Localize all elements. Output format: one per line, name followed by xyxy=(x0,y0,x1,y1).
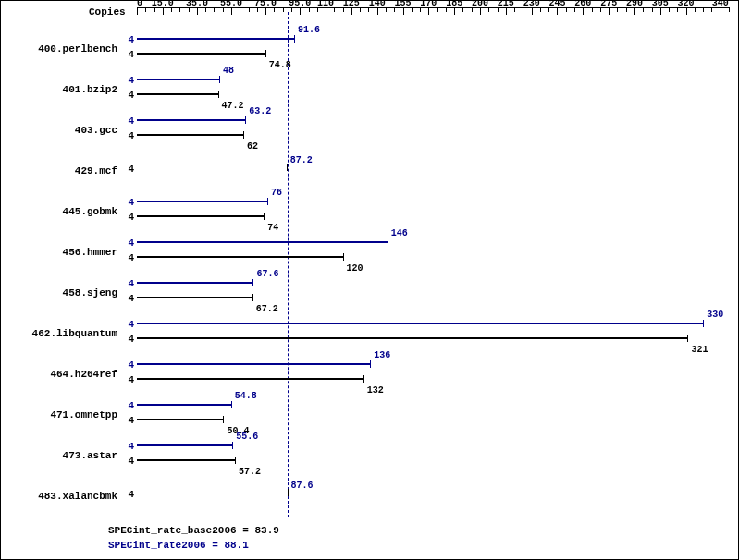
bar-base: 74.8 xyxy=(137,53,265,55)
benchmark-row: 445.gobmk447674 xyxy=(1,191,738,232)
benchmark-name: 483.xalancbmk xyxy=(12,491,117,502)
axis-tick xyxy=(283,7,284,12)
axis-tick xyxy=(480,7,481,15)
benchmark-name: 464.h264ref xyxy=(12,369,117,380)
peak-value: 330 xyxy=(707,310,723,320)
axis-tick xyxy=(334,7,335,12)
benchmark-name: 456.hmmer xyxy=(12,247,117,258)
copies-value-base: 4 xyxy=(119,212,134,223)
axis-tick xyxy=(351,7,352,15)
bar-peak: 63.2 xyxy=(137,119,245,121)
bar-base: 57.2 xyxy=(137,459,235,461)
benchmark-row: 401.bzip2444847.2 xyxy=(1,69,738,110)
benchmark-row: 456.hmmer44146120 xyxy=(1,232,738,273)
axis-tick xyxy=(506,7,507,15)
axis-tick xyxy=(163,7,164,15)
axis-tick xyxy=(695,7,696,12)
benchmark-row: 458.sjeng4467.667.2 xyxy=(1,273,738,313)
axis-tick-label: 155 xyxy=(395,0,412,8)
axis-tick xyxy=(197,7,198,15)
peak-value: 87.6 xyxy=(291,481,314,491)
copies-value-base: 4 xyxy=(119,252,134,263)
copies-value-peak: 4 xyxy=(119,319,134,330)
benchmark-row: 464.h264ref44136132 xyxy=(1,354,738,395)
benchmark-name: 473.astar xyxy=(12,450,117,461)
axis-tick-label: 95.0 xyxy=(289,0,311,8)
copies-value-base: 4 xyxy=(119,90,134,101)
peak-value: 55.6 xyxy=(236,432,258,442)
bar-base: 74 xyxy=(137,215,264,217)
axis-tick xyxy=(703,7,704,12)
axis-tick xyxy=(617,7,618,12)
axis-tick xyxy=(729,7,730,12)
benchmark-name: 401.bzip2 xyxy=(12,84,117,95)
axis-tick-label: 170 xyxy=(420,0,437,8)
benchmark-name: 471.omnetpp xyxy=(12,409,117,420)
axis-tick-label: 35.0 xyxy=(186,0,208,8)
bar-peak: 91.6 xyxy=(137,38,294,40)
copies-column-header: Copies xyxy=(89,6,126,18)
axis-tick xyxy=(514,7,515,12)
bar-peak: 330 xyxy=(137,323,703,324)
axis-tick xyxy=(454,7,455,15)
bar-combined: 87.2 xyxy=(137,166,287,170)
copies-value: 4 xyxy=(119,489,134,500)
benchmark-row: 483.xalancbmk487.6 xyxy=(1,476,738,517)
peak-value: 48 xyxy=(223,66,234,76)
bar-base: 120 xyxy=(137,256,343,258)
axis-tick-label: 245 xyxy=(548,0,565,8)
bar-peak: 76 xyxy=(137,201,267,202)
axis-tick-label: 15.0 xyxy=(152,0,174,8)
axis-tick-label: 230 xyxy=(523,0,540,8)
axis-tick xyxy=(386,7,387,12)
axis-tick-label: 305 xyxy=(652,0,669,8)
axis-tick xyxy=(583,7,584,15)
copies-value-base: 4 xyxy=(119,456,134,467)
axis-tick-label: 125 xyxy=(343,0,360,8)
footer-base-score: SPECint_rate_base2006 = 83.9 xyxy=(108,525,279,536)
axis-tick xyxy=(643,7,644,12)
axis-tick xyxy=(249,7,250,12)
axis-tick-label: 260 xyxy=(574,0,591,8)
axis-tick-label: 185 xyxy=(446,0,462,8)
benchmark-name: 429.mcf xyxy=(12,165,117,177)
axis-tick xyxy=(462,7,463,12)
benchmark-name: 400.perlbench xyxy=(12,43,117,55)
axis-tick xyxy=(540,7,541,12)
benchmark-row: 403.gcc4463.262 xyxy=(1,110,738,151)
axis-tick xyxy=(609,7,610,15)
copies-value-base: 4 xyxy=(119,293,134,304)
x-axis: 015.035.055.075.095.01101251401551701852… xyxy=(137,7,729,27)
bar-peak: 67.6 xyxy=(137,282,252,284)
copies-value-peak: 4 xyxy=(119,359,134,371)
axis-tick xyxy=(721,7,721,15)
benchmark-name: 462.libquantum xyxy=(12,328,117,339)
peak-value: 76 xyxy=(271,188,282,198)
benchmark-name: 403.gcc xyxy=(12,125,117,136)
axis-tick xyxy=(557,7,558,15)
copies-value-peak: 4 xyxy=(119,441,134,452)
axis-tick xyxy=(592,7,593,12)
axis-tick xyxy=(437,7,438,12)
copies-value-base: 4 xyxy=(119,334,134,345)
axis-tick-label: 0 xyxy=(137,0,142,8)
bar-base: 67.2 xyxy=(137,297,252,298)
axis-tick xyxy=(488,7,489,12)
copies-value-base: 4 xyxy=(119,374,134,385)
axis-tick-label: 275 xyxy=(600,0,617,8)
peak-value: 63.2 xyxy=(249,106,271,116)
peak-value: 146 xyxy=(391,228,408,238)
axis-tick-label: 55.0 xyxy=(220,0,242,8)
spec-chart: Copies 015.035.055.075.095.0110125140155… xyxy=(0,0,739,560)
copies-value-base: 4 xyxy=(119,49,134,60)
benchmark-row: 429.mcf487.2 xyxy=(1,151,738,191)
bar-peak: 146 xyxy=(137,241,388,243)
benchmark-name: 458.sjeng xyxy=(12,287,117,298)
peak-value: 67.6 xyxy=(256,269,278,279)
copies-value-base: 4 xyxy=(119,415,134,426)
axis-tick xyxy=(669,7,670,12)
axis-tick xyxy=(412,7,413,12)
copies-value: 4 xyxy=(119,164,134,175)
benchmark-row: 400.perlbench4491.674.8 xyxy=(1,29,738,69)
bar-base: 132 xyxy=(137,378,363,380)
